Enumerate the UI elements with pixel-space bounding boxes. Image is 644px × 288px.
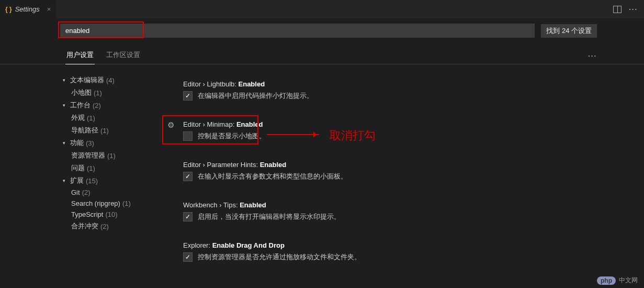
- setting-description: 在输入时显示含有参数文档和类型信息的小面板。: [198, 172, 347, 181]
- tree-label: Search (ripgrep): [71, 200, 120, 207]
- setting-sep: ›: [201, 161, 207, 169]
- setting-description: 在编辑器中启用代码操作小灯泡提示。: [198, 91, 313, 101]
- tree-label: 功能: [70, 138, 84, 148]
- setting-checkbox[interactable]: [183, 91, 193, 101]
- tree-count: (1): [100, 127, 109, 135]
- tab-bar-actions: ···: [613, 5, 644, 13]
- setting-body: 在输入时显示含有参数文档和类型信息的小面板。: [183, 172, 592, 181]
- settings-scope-tabs: 用户设置 工作区设置 ···: [0, 47, 644, 64]
- tree-label: 工作台: [70, 101, 91, 110]
- tree-item-typescript[interactable]: TypeScript (10): [63, 209, 162, 220]
- setting-checkbox[interactable]: [183, 252, 193, 262]
- settings-search-input[interactable]: [60, 24, 535, 38]
- setting-scope2: Minimap:: [207, 120, 236, 128]
- settings-list: Editor › Lightbulb: Enabled在编辑器中启用代码操作小灯…: [162, 70, 644, 287]
- setting-scope: Editor: [183, 161, 201, 169]
- tab-user-settings[interactable]: 用户设置: [60, 47, 100, 64]
- setting-checkbox[interactable]: [183, 131, 193, 141]
- tree-count: (2): [93, 102, 101, 109]
- setting-body: 控制资源管理器是否允许通过拖放移动文件和文件夹。: [183, 252, 592, 262]
- tree-label: 导航路径: [71, 126, 98, 135]
- tree-label: 小地图: [71, 88, 92, 97]
- json-icon: { }: [5, 6, 12, 13]
- tree-item-breadcrumbs[interactable]: 导航路径 (1): [63, 124, 162, 137]
- annotation-arrow: [267, 134, 319, 135]
- setting-checkbox[interactable]: [183, 212, 193, 221]
- tree-count: (1): [107, 152, 116, 160]
- tree-label: 合并冲突: [71, 221, 98, 231]
- setting-key: Enabled: [236, 120, 263, 128]
- setting-body: 控制是否显示小地图。: [183, 131, 592, 141]
- chevron-icon: ▾: [63, 103, 68, 108]
- setting-checkbox[interactable]: [183, 172, 193, 181]
- tree-item-text-editor[interactable]: ▾ 文本编辑器 (4): [63, 74, 162, 86]
- annotation-text: 取消打勾: [330, 128, 376, 143]
- setting-item: Workbench › Tips: Enabled启用后，当没有打开编辑器时将显…: [183, 201, 592, 221]
- tree-item-explorer[interactable]: 资源管理器 (1): [63, 149, 162, 162]
- watermark-text: 中文网: [619, 276, 638, 285]
- gear-icon[interactable]: ⚙: [167, 120, 174, 130]
- setting-sep: ›: [201, 80, 207, 88]
- editor-tab-settings[interactable]: { } Settings ×: [0, 0, 56, 18]
- setting-scope: Editor: [183, 80, 201, 88]
- setting-sep: ›: [201, 120, 207, 128]
- watermark: php 中文网: [597, 276, 638, 285]
- setting-key: Enabled: [239, 80, 265, 88]
- tree-count: (2): [100, 223, 109, 230]
- tree-item-problems[interactable]: 问题 (1): [63, 162, 162, 174]
- tab-title: Settings: [15, 5, 40, 13]
- chevron-icon: ▾: [63, 77, 68, 83]
- tree-item-workbench[interactable]: ▾ 工作台 (2): [63, 99, 162, 112]
- tree-item-git[interactable]: Git (2): [63, 187, 162, 198]
- settings-main-area: ▾ 文本编辑器 (4) 小地图 (1) ▾ 工作台 (2) 外观 (1) 导航路…: [0, 64, 644, 287]
- setting-scope: Workbench: [183, 201, 218, 209]
- settings-content: 找到 24 个设置 用户设置 工作区设置 ··· ▾ 文本编辑器 (4) 小地图…: [0, 18, 644, 287]
- tree-count: (15): [86, 177, 98, 185]
- tree-count: (1): [87, 164, 95, 172]
- setting-item: ⚙取消打勾Editor › Minimap: Enabled控制是否显示小地图。: [183, 120, 592, 141]
- setting-item: Explorer: Enable Drag And Drop控制资源管理器是否允…: [183, 241, 592, 262]
- setting-scope: Explorer:: [183, 241, 212, 249]
- tree-count: (4): [106, 76, 115, 84]
- tree-item-extensions[interactable]: ▾ 扩展 (15): [63, 174, 162, 187]
- tree-label: TypeScript: [71, 211, 103, 218]
- tab-workspace-settings[interactable]: 工作区设置: [100, 47, 146, 64]
- tree-count: (1): [122, 200, 131, 207]
- tree-item-minimap[interactable]: 小地图 (1): [63, 86, 162, 99]
- chevron-icon: ▾: [63, 140, 68, 146]
- setting-description: 启用后，当没有打开编辑器时将显示水印提示。: [198, 212, 341, 221]
- setting-sep: ›: [218, 201, 223, 209]
- tree-label: 外观: [71, 113, 85, 123]
- tree-count: (1): [94, 89, 102, 97]
- setting-key: Enabled: [240, 201, 266, 209]
- close-icon[interactable]: ×: [47, 5, 51, 13]
- tree-label: 资源管理器: [71, 151, 105, 160]
- tree-item-merge-conflict[interactable]: 合并冲突 (2): [63, 220, 162, 232]
- tree-label: 文本编辑器: [70, 75, 104, 85]
- tree-item-features[interactable]: ▾ 功能 (3): [63, 137, 162, 149]
- chevron-icon: ▾: [63, 178, 68, 183]
- split-editor-icon[interactable]: [613, 6, 622, 13]
- setting-header: Editor › Lightbulb: Enabled: [183, 80, 592, 88]
- setting-scope2: Tips:: [223, 201, 240, 209]
- tree-item-search-ripgrep[interactable]: Search (ripgrep) (1): [63, 198, 162, 209]
- setting-header: Editor › Minimap: Enabled: [183, 120, 592, 128]
- setting-description: 控制是否显示小地图。: [198, 131, 266, 141]
- settings-tree: ▾ 文本编辑器 (4) 小地图 (1) ▾ 工作台 (2) 外观 (1) 导航路…: [0, 70, 162, 287]
- more-actions-icon[interactable]: ···: [629, 5, 638, 13]
- setting-header: Explorer: Enable Drag And Drop: [183, 241, 592, 249]
- setting-item: Editor › Parameter Hints: Enabled在输入时显示含…: [183, 161, 592, 181]
- setting-scope: Editor: [183, 120, 201, 128]
- setting-item: Editor › Lightbulb: Enabled在编辑器中启用代码操作小灯…: [183, 80, 592, 101]
- tree-item-appearance[interactable]: 外观 (1): [63, 112, 162, 124]
- setting-body: 启用后，当没有打开编辑器时将显示水印提示。: [183, 212, 592, 221]
- php-badge: php: [597, 276, 616, 285]
- search-result-count: 找到 24 个设置: [541, 24, 597, 38]
- setting-header: Workbench › Tips: Enabled: [183, 201, 592, 209]
- tree-label: 扩展: [70, 176, 84, 185]
- settings-search-row: 找到 24 个设置: [60, 24, 597, 38]
- tree-count: (2): [82, 189, 91, 196]
- tree-label: 问题: [71, 163, 85, 173]
- more-actions-icon[interactable]: ···: [588, 52, 597, 60]
- tree-count: (3): [86, 139, 94, 147]
